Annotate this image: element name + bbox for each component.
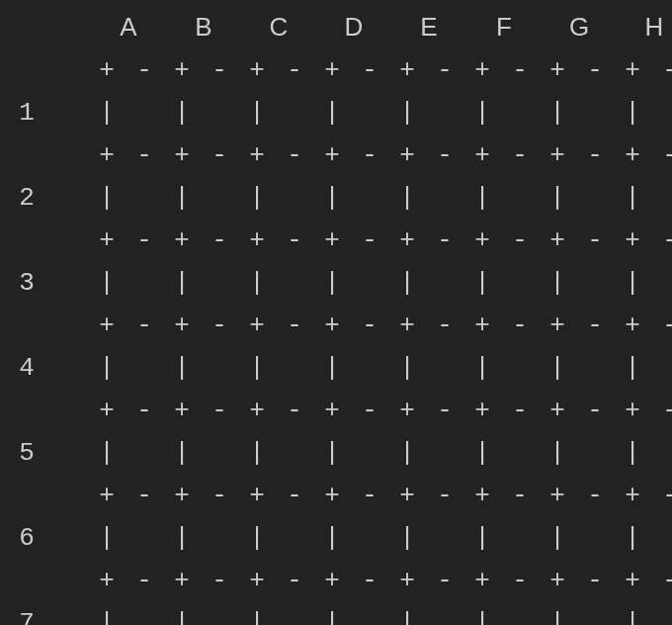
- plus-icon: +: [397, 55, 417, 85]
- plus-icon: +: [397, 225, 417, 255]
- pipe-icon: |: [397, 608, 417, 626]
- pipe-icon: |: [472, 438, 492, 468]
- plus-icon: +: [472, 481, 492, 510]
- grid-wall-cell: |: [623, 608, 672, 626]
- dash-icon: -: [117, 140, 172, 170]
- grid-wall-cell: |: [547, 268, 623, 298]
- dash-icon: -: [267, 140, 322, 170]
- plus-icon: +: [97, 481, 117, 510]
- row-header-1: 1: [0, 98, 53, 128]
- grid-wall-cell: |: [172, 98, 247, 128]
- grid-corner-cell: +-: [97, 566, 172, 595]
- dash-icon: -: [342, 311, 397, 340]
- grid-wall-cell: |: [547, 608, 623, 626]
- grid-corner-cell: +-: [322, 140, 397, 170]
- row-header-label: 1: [19, 98, 35, 128]
- pipe-icon: |: [623, 523, 642, 553]
- dash-icon: -: [267, 55, 322, 85]
- dash-icon: -: [567, 311, 623, 340]
- pipe-icon: |: [472, 98, 492, 128]
- grid-wall-cell: |: [247, 523, 322, 553]
- row-header-6: 6: [0, 523, 53, 553]
- pipe-icon: |: [623, 98, 642, 128]
- dash-icon: -: [342, 566, 397, 595]
- dash-icon: -: [342, 396, 397, 425]
- pipe-icon: |: [247, 608, 267, 626]
- grid-corner-cell: +-: [322, 225, 397, 255]
- grid-cell-row-4: 4|||||||||: [0, 346, 672, 389]
- dash-icon: -: [267, 566, 322, 595]
- plus-icon: +: [623, 396, 642, 425]
- plus-icon: +: [397, 140, 417, 170]
- pipe-icon: |: [472, 523, 492, 553]
- pipe-icon: |: [322, 438, 342, 468]
- plus-icon: +: [322, 396, 342, 425]
- plus-icon: +: [172, 225, 192, 255]
- pipe-icon: |: [322, 268, 342, 298]
- dash-icon: -: [567, 140, 623, 170]
- pipe-icon: |: [322, 608, 342, 626]
- pipe-icon: |: [247, 353, 267, 383]
- row-header-2: 2: [0, 183, 53, 213]
- pipe-icon: |: [547, 523, 567, 553]
- grid-wall-cell: |: [623, 98, 672, 128]
- pipe-icon: |: [172, 183, 192, 213]
- grid-wall-cell: |: [397, 353, 472, 383]
- dash-icon: -: [417, 566, 472, 595]
- grid-wall-cell: |: [472, 523, 547, 553]
- dash-icon: -: [567, 55, 623, 85]
- pipe-icon: |: [547, 268, 567, 298]
- row-header-5: 5: [0, 438, 53, 468]
- plus-icon: +: [322, 225, 342, 255]
- dash-icon: -: [117, 225, 172, 255]
- column-header-B: B: [166, 12, 241, 43]
- grid-corner-cell: +-: [547, 225, 623, 255]
- plus-icon: +: [247, 140, 267, 170]
- pipe-icon: |: [547, 438, 567, 468]
- grid-wall-cell: |: [247, 183, 322, 213]
- plus-icon: +: [547, 140, 567, 170]
- ascii-grid: ABCDEFGH+-+-+-+-+-+-+-+-+1|||||||||+-+-+…: [0, 6, 672, 625]
- dash-icon: -: [192, 140, 247, 170]
- plus-icon: +: [623, 225, 642, 255]
- grid-corner-cell: +-: [247, 311, 322, 340]
- grid-corner-cell: +-: [97, 55, 172, 85]
- grid-corner-cell: +-: [623, 225, 672, 255]
- dash-icon: -: [417, 140, 472, 170]
- grid-corner-cell: +-: [172, 311, 247, 340]
- plus-icon: +: [397, 566, 417, 595]
- grid-corner-cell: +-: [397, 396, 472, 425]
- dash-icon: -: [192, 311, 247, 340]
- pipe-icon: |: [547, 183, 567, 213]
- grid-wall-cell: |: [623, 268, 672, 298]
- dash-icon: -: [417, 225, 472, 255]
- grid-corner-cell: +-: [322, 566, 397, 595]
- grid-corner-cell: +-: [397, 311, 472, 340]
- grid-corner-cell: +-: [623, 481, 672, 510]
- dash-icon: -: [117, 566, 172, 595]
- plus-icon: +: [472, 311, 492, 340]
- column-header-D: D: [316, 12, 391, 43]
- column-header-A: A: [91, 12, 166, 43]
- plus-icon: +: [322, 311, 342, 340]
- grid-wall-cell: |: [97, 183, 172, 213]
- plus-icon: +: [547, 566, 567, 595]
- grid-corner-cell: +-: [472, 225, 547, 255]
- grid-wall-cell: |: [322, 183, 397, 213]
- grid-wall-cell: |: [472, 438, 547, 468]
- grid-cell-row-6: 6|||||||||: [0, 516, 672, 559]
- grid-wall-cell: |: [623, 183, 672, 213]
- dash-icon: -: [492, 566, 547, 595]
- dash-icon: -: [342, 225, 397, 255]
- dash-icon: -: [642, 311, 672, 340]
- grid-wall-cell: |: [247, 353, 322, 383]
- grid-corner-cell: +-: [547, 396, 623, 425]
- pipe-icon: |: [97, 438, 117, 468]
- pipe-icon: |: [247, 438, 267, 468]
- plus-icon: +: [547, 55, 567, 85]
- pipe-icon: |: [623, 183, 642, 213]
- plus-icon: +: [172, 311, 192, 340]
- plus-icon: +: [623, 140, 642, 170]
- grid-corner-cell: +-: [397, 481, 472, 510]
- grid-wall-cell: |: [172, 523, 247, 553]
